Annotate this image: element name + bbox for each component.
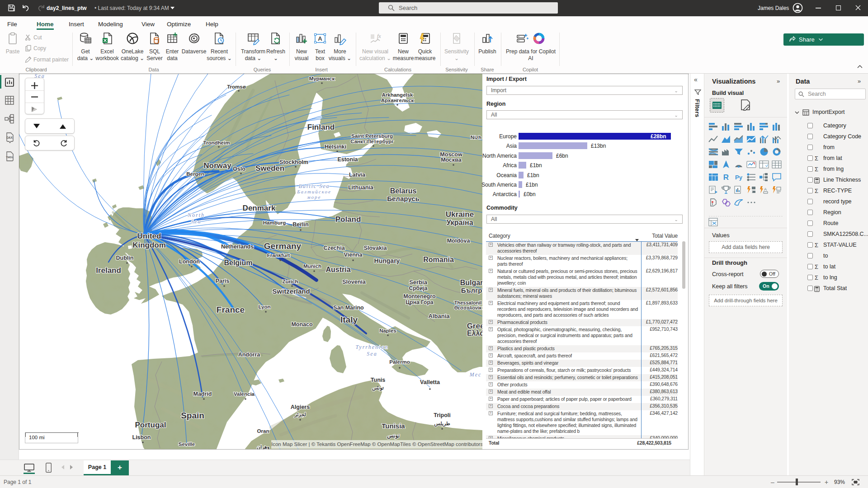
svg-text:TMDL: TMDL [6,156,14,159]
svg-text:Py: Py [735,174,743,181]
svg-text:R: R [723,173,729,182]
svg-text:A: A [318,35,322,42]
svg-text:DAX: DAX [6,136,13,139]
svg-text:fx: fx [377,33,381,39]
svg-text:A: A [764,187,767,192]
